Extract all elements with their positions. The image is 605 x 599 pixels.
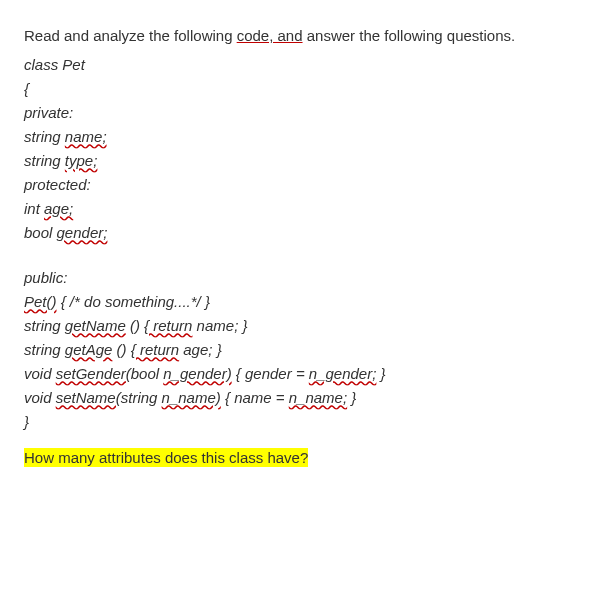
- code-line-9: public:: [24, 270, 581, 285]
- l12-u1: getAge: [65, 341, 113, 358]
- l4-underlined: name;: [65, 128, 107, 145]
- l14-pre: void: [24, 389, 56, 406]
- l5-pre: string: [24, 152, 65, 169]
- l13-post: }: [376, 365, 385, 382]
- code-line-8: bool gender;: [24, 225, 581, 240]
- l14-post: }: [347, 389, 356, 406]
- question-text: How many attributes does this class have…: [24, 448, 308, 467]
- l12-mid: (): [112, 341, 130, 358]
- intro-prefix: Read and analyze the following: [24, 27, 237, 44]
- l7-underlined: age;: [44, 200, 73, 217]
- l13-mid1: bool: [131, 365, 164, 382]
- l12-u2: { return: [131, 341, 179, 358]
- l4-pre: string: [24, 128, 65, 145]
- l13-u3: n_gender;: [309, 365, 377, 382]
- l10-post: { /* do something....*/ }: [57, 293, 210, 310]
- intro-suffix: answer the following questions.: [303, 27, 516, 44]
- code-line-10: Pet() { /* do something....*/ }: [24, 294, 581, 309]
- l12-post: age; }: [179, 341, 222, 358]
- code-line-4: string name;: [24, 129, 581, 144]
- code-line-12: string getAge () { return age; }: [24, 342, 581, 357]
- l13-pre: void: [24, 365, 56, 382]
- code-line-7: int age;: [24, 201, 581, 216]
- l8-pre: bool: [24, 224, 57, 241]
- l14-u3: n_name;: [289, 389, 347, 406]
- l11-u2: { return: [144, 317, 192, 334]
- l11-post: name; }: [192, 317, 247, 334]
- code-line-15: }: [24, 414, 581, 429]
- code-line-11: string getName () { return name; }: [24, 318, 581, 333]
- code-line-14: void setName(string n_name) { name = n_n…: [24, 390, 581, 405]
- l11-u1: getName: [65, 317, 126, 334]
- l7-pre: int: [24, 200, 44, 217]
- l13-u2: n_gender): [163, 365, 231, 382]
- intro-underlined: code, and: [237, 27, 303, 44]
- code-line-5: string type;: [24, 153, 581, 168]
- code-line-2: {: [24, 81, 581, 96]
- l11-pre: string: [24, 317, 65, 334]
- l8-underlined: gender;: [57, 224, 108, 241]
- l13-u1: setGender(: [56, 365, 131, 382]
- code-line-3: private:: [24, 105, 581, 120]
- l14-u1: setName(: [56, 389, 121, 406]
- l14-u2: n_name): [162, 389, 221, 406]
- intro-text: Read and analyze the following code, and…: [24, 28, 581, 43]
- l14-mid2: { name =: [221, 389, 289, 406]
- code-line-13: void setGender(bool n_gender) { gender =…: [24, 366, 581, 381]
- code-line-1: class Pet: [24, 57, 581, 72]
- l10-underlined: Pet(): [24, 293, 57, 310]
- l11-mid: (): [126, 317, 144, 334]
- l5-underlined: type;: [65, 152, 98, 169]
- l12-pre: string: [24, 341, 65, 358]
- l14-mid1: string: [121, 389, 162, 406]
- question-line: How many attributes does this class have…: [24, 450, 581, 465]
- l13-mid2: { gender =: [232, 365, 309, 382]
- code-line-6: protected:: [24, 177, 581, 192]
